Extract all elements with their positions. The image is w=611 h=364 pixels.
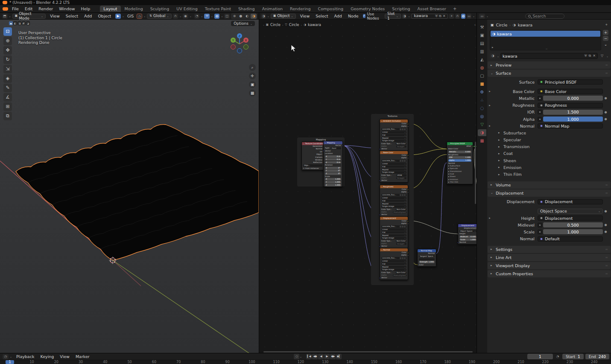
- timeline-menu-keying[interactable]: Keying: [37, 354, 57, 359]
- xray-toggle-icon[interactable]: ◫: [224, 14, 230, 19]
- copy-material-icon[interactable]: ⧉: [589, 54, 591, 58]
- current-frame-indicator[interactable]: 1: [6, 360, 14, 364]
- node-header[interactable]: ⌄ Displacement: [458, 224, 477, 227]
- workspace-tab-compositing[interactable]: Compositing: [315, 6, 347, 12]
- expander-icon[interactable]: ▸: [487, 90, 492, 93]
- render-tab[interactable]: ▣: [478, 32, 486, 39]
- workspace-tab-uv-editing[interactable]: UV Editing: [173, 6, 201, 12]
- navigation-gizmo[interactable]: Z Y X: [228, 31, 253, 56]
- decorator-dot-button[interactable]: [538, 96, 542, 101]
- image-texture-ambient-occlusion[interactable]: ⌄ Ambient OcclusionColorAlphaconcrete_fl…: [380, 119, 408, 151]
- socket-dot[interactable]: [436, 253, 437, 254]
- add-slot-button[interactable]: +: [603, 30, 608, 35]
- node-canvas[interactable]: ›▣Circle›▽Circle›◑kawara MappingTextures…: [259, 20, 477, 353]
- principled-bsdf-node[interactable]: ⌄ Principled BSDFBSDFBase ColorMetallic0…: [447, 142, 473, 184]
- node-slider-y[interactable]: Y0 m: [325, 158, 341, 161]
- subpanel-subsurface[interactable]: ▸Subsurface: [487, 129, 611, 136]
- workspace-tab-geometry-nodes[interactable]: Geometry Nodes: [347, 6, 388, 12]
- node-select-flat[interactable]: Flat⌄: [381, 200, 406, 202]
- overlay-options-icon[interactable]: ◍: [461, 14, 466, 19]
- image-button[interactable]: [404, 160, 406, 162]
- copy-datablock-icon[interactable]: ⧉: [439, 14, 441, 18]
- node-value-color-spa[interactable]: Non-Color: [396, 208, 406, 210]
- vertical-scrollbar[interactable]: [475, 142, 476, 204]
- socket-dot[interactable]: [407, 155, 409, 156]
- image-name-field[interactable]: concrete_floo...: [381, 128, 406, 131]
- subpanel-coat[interactable]: ▸Coat: [487, 150, 611, 157]
- frame-start-field[interactable]: Start1: [562, 354, 584, 359]
- panel-volume[interactable]: ▸Volume≡: [488, 181, 611, 189]
- node-header[interactable]: ⌄ Normal: [380, 248, 408, 251]
- node-value-color-spa[interactable]: Non-Color: [396, 240, 406, 242]
- node-value-alpha[interactable]: Premultiplied: [393, 211, 406, 213]
- node-select-linear[interactable]: Linear⌄: [381, 228, 406, 231]
- output-tab[interactable]: ▤: [478, 40, 486, 47]
- unlink-material-icon[interactable]: ✕: [593, 54, 596, 58]
- node-value-alpha[interactable]: Straight: [396, 243, 406, 245]
- pivot-icon[interactable]: ▶: [115, 14, 121, 19]
- menu-edit[interactable]: Edit: [22, 6, 35, 12]
- editor-options-icon[interactable]: ⚏: [467, 14, 471, 19]
- node-select-linear[interactable]: Linear⌄: [381, 260, 406, 262]
- world-tab[interactable]: ◍: [478, 64, 486, 71]
- menu-file[interactable]: File: [9, 6, 22, 12]
- node-select-repeat[interactable]: Repeat⌄: [381, 169, 406, 171]
- properties-search-input[interactable]: Search: [525, 14, 564, 19]
- select-intersect-icon[interactable]: ◪: [26, 21, 30, 25]
- shader-type-dropdown[interactable]: ▣ Object⌄: [271, 14, 296, 19]
- material-name-field[interactable]: kawara ⛨ ⧉ ✕: [411, 14, 448, 19]
- animate-dot[interactable]: ●: [604, 230, 608, 233]
- node-value-alpha[interactable]: Premultiplied: [393, 274, 406, 277]
- shader-menu-view[interactable]: View: [297, 13, 313, 19]
- add-cube-tool[interactable]: ⊞: [3, 102, 12, 111]
- node-select-flat[interactable]: Flat⌄: [381, 134, 406, 137]
- node-field[interactable]: Obje...: [303, 164, 322, 167]
- socket-dot[interactable]: [407, 157, 409, 159]
- play-reverse-button[interactable]: ◀: [318, 354, 324, 359]
- shading-solid-icon[interactable]: ●: [238, 14, 244, 19]
- socket-dot[interactable]: [407, 126, 409, 127]
- transform-tool[interactable]: ◈: [3, 74, 12, 83]
- image-button[interactable]: [402, 194, 403, 196]
- image-button[interactable]: [400, 128, 401, 130]
- socket-dot[interactable]: [457, 233, 459, 235]
- node-field[interactable]: [419, 258, 435, 261]
- select-subtract-icon[interactable]: ◨: [18, 21, 21, 25]
- animate-dot[interactable]: ●: [604, 111, 608, 114]
- playback-sync-icon[interactable]: ◔: [555, 354, 561, 359]
- ortho-toggle-icon[interactable]: ▦: [249, 90, 256, 96]
- browse-material-icon[interactable]: ◑: [490, 53, 496, 58]
- node-select-single-image[interactable]: Single Image⌄: [381, 237, 406, 239]
- node-select-single-image[interactable]: Single Image⌄: [381, 171, 406, 174]
- timeline-menu-marker[interactable]: Marker: [73, 354, 93, 359]
- node-value-color-spa[interactable]: sRGB: [396, 174, 406, 176]
- socket-dot[interactable]: [407, 223, 409, 224]
- use-nodes-checkbox[interactable]: ✓ Use Nodes: [363, 12, 382, 20]
- roughness-field[interactable]: Roughness: [538, 103, 603, 108]
- shading-material-icon[interactable]: ◐: [244, 14, 250, 19]
- animate-dot[interactable]: ●: [604, 223, 608, 227]
- node-row-from-instancer[interactable]: From Instancer: [302, 167, 324, 170]
- viewport-menu-add[interactable]: Add: [81, 13, 95, 19]
- node-slider-scale[interactable]: Scale1.000: [459, 239, 477, 241]
- texture-coordinate-node[interactable]: ⌄ Texture CoordinateGeneratedNormalUVObj…: [301, 142, 324, 170]
- node-slider-alpha[interactable]: Alpha1.000: [448, 159, 471, 162]
- unlink-icon[interactable]: ✕: [443, 14, 446, 18]
- socket-dot[interactable]: [342, 145, 343, 146]
- scale-tool[interactable]: ⇲: [3, 65, 12, 73]
- visibility-icon[interactable]: ◔: [194, 14, 200, 19]
- shader-menu-node[interactable]: Node: [345, 13, 362, 19]
- expander-icon[interactable]: ▸: [487, 124, 492, 128]
- image-name-field[interactable]: concrete_floo...: [381, 257, 406, 259]
- viewport-menu-view[interactable]: View: [47, 13, 63, 19]
- node-select-tangent-space[interactable]: Tangent Space⌄: [419, 255, 435, 258]
- image-button[interactable]: [402, 257, 403, 259]
- proportional-edit-icon[interactable]: ◉: [183, 14, 188, 19]
- select-set-icon[interactable]: ▣: [9, 21, 13, 25]
- decorator-dot-button[interactable]: [538, 223, 542, 227]
- viewport-canvas[interactable]: ▣◧◨◩◪ ⊡⊕✥↻⇲◈✎∡⊞⧉ User Perspective (1) Co…: [0, 20, 259, 353]
- animate-dot[interactable]: ●: [604, 96, 608, 100]
- material-datablock-field[interactable]: kawara ⛨ ⧉ ✕: [500, 53, 598, 59]
- subpanel-emission[interactable]: ▸Emission: [487, 164, 611, 171]
- socket-dot[interactable]: [379, 180, 380, 181]
